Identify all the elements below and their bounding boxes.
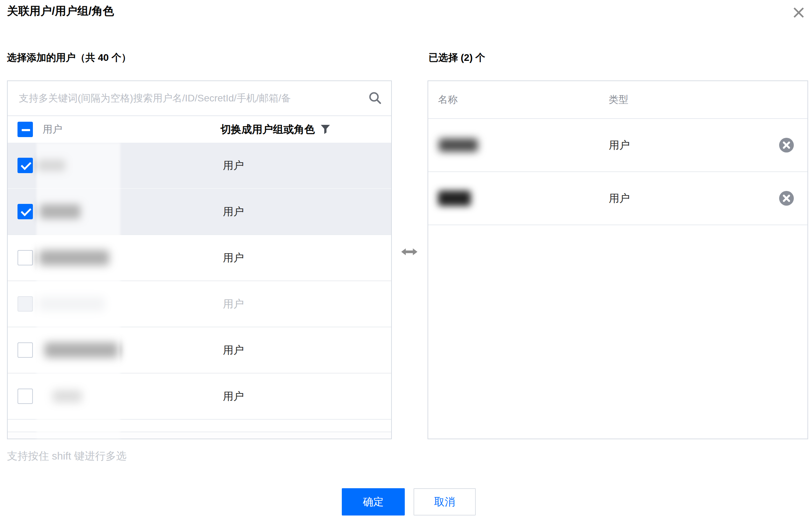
remove-icon[interactable] <box>779 191 794 206</box>
row-checkbox[interactable] <box>17 158 33 173</box>
row-checkbox-disabled <box>17 296 33 312</box>
row-type: 用户 <box>223 327 244 373</box>
selected-col-name: 名称 <box>438 81 458 118</box>
user-row[interactable]: 用户 <box>8 327 391 374</box>
horizontal-scrollbar[interactable] <box>8 432 391 439</box>
redacted-user-name <box>39 250 109 265</box>
redacted-user-name <box>38 297 105 311</box>
user-row-disabled: 用户 <box>8 281 391 327</box>
close-icon-glyph <box>792 6 805 19</box>
select-all-checkbox[interactable] <box>17 122 33 137</box>
filter-funnel-icon <box>320 124 330 135</box>
transfer-arrow-icon <box>401 246 418 258</box>
dialog-title: 关联用户/用户组/角色 <box>7 3 114 19</box>
redacted-user-name <box>438 191 471 206</box>
row-type: 用户 <box>223 235 244 280</box>
selected-row: 用户 <box>428 119 807 172</box>
row-type: 用户 <box>223 374 244 419</box>
row-checkbox[interactable] <box>17 250 33 265</box>
close-icon[interactable] <box>791 5 806 20</box>
selected-row-type: 用户 <box>609 119 630 171</box>
user-row[interactable]: 用户 <box>8 143 391 189</box>
redacted-user-name <box>52 390 82 403</box>
search-bar <box>8 81 391 116</box>
user-row[interactable]: 用户 <box>8 374 391 420</box>
selected-col-type: 类型 <box>609 81 628 118</box>
selected-panel-title: 已选择 (2) 个 <box>429 51 485 64</box>
source-panel-title: 选择添加的用户（共 40 个） <box>7 51 131 64</box>
row-checkbox[interactable] <box>17 342 33 358</box>
search-icon[interactable] <box>368 91 382 105</box>
source-header-type-label: 用户 <box>43 116 62 143</box>
row-type: 用户 <box>223 189 244 234</box>
cancel-button[interactable]: 取消 <box>414 488 476 516</box>
switch-type-filter[interactable]: 切换成用户组或角色 <box>220 116 330 143</box>
partial-next-row <box>8 420 391 432</box>
row-type: 用户 <box>223 143 244 188</box>
row-checkbox[interactable] <box>17 204 33 219</box>
remove-icon[interactable] <box>779 137 794 153</box>
redacted-user-name <box>40 204 80 219</box>
selected-row: 用户 <box>428 172 807 225</box>
row-checkbox[interactable] <box>17 389 33 404</box>
selected-list-header: 名称 类型 <box>428 81 807 119</box>
multiselect-hint: 支持按住 shift 键进行多选 <box>7 449 127 463</box>
confirm-button[interactable]: 确定 <box>342 488 405 516</box>
selected-panel: 名称 类型 用户 用户 <box>428 80 808 439</box>
redacted-user-name <box>44 342 118 358</box>
source-panel: 用户 切换成用户组或角色 用户 用户 用户 用户 <box>7 80 392 439</box>
selected-user-list: 用户 用户 <box>428 119 807 225</box>
source-list-header: 用户 切换成用户组或角色 <box>8 116 391 143</box>
source-user-list: 用户 用户 用户 用户 用户 用户 <box>8 143 391 420</box>
selected-row-type: 用户 <box>609 172 630 225</box>
redacted-user-name <box>439 138 478 152</box>
search-input[interactable] <box>18 81 354 115</box>
row-type: 用户 <box>223 281 244 327</box>
switch-type-label: 切换成用户组或角色 <box>220 122 315 137</box>
user-row[interactable]: 用户 <box>8 235 391 281</box>
redacted-user-name <box>37 159 65 171</box>
user-row[interactable]: 用户 <box>8 189 391 235</box>
